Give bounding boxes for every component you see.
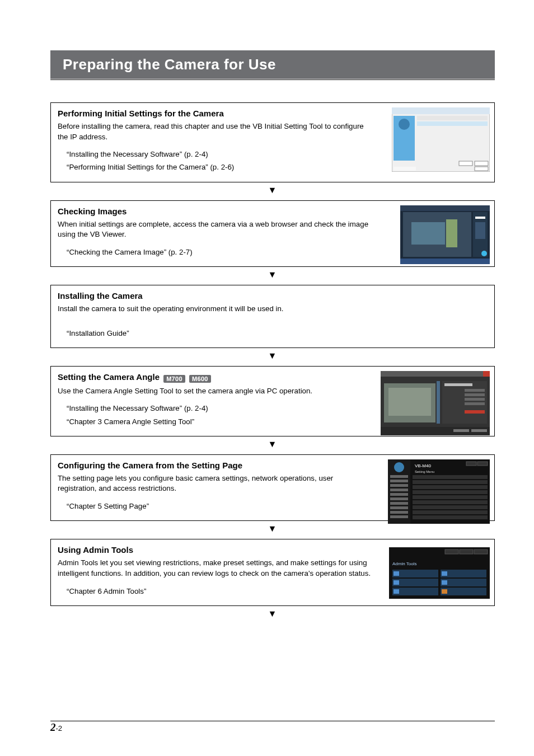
svg-rect-29 bbox=[465, 393, 485, 396]
section-checking-images: Checking Images When initial settings ar… bbox=[50, 200, 495, 267]
section-ref: “Installing the Necessary Software” (p. … bbox=[58, 148, 374, 161]
thumb-admin-title: Admin Tools bbox=[392, 561, 416, 566]
svg-rect-38 bbox=[390, 475, 408, 478]
section-ref: “Installation Guide” bbox=[58, 327, 374, 340]
svg-rect-42 bbox=[390, 493, 408, 496]
svg-rect-61 bbox=[445, 550, 458, 554]
svg-rect-58 bbox=[466, 462, 476, 466]
svg-point-48 bbox=[394, 462, 404, 472]
title-underline bbox=[50, 79, 495, 80]
svg-rect-52 bbox=[413, 490, 488, 494]
section-body: The setting page lets you configure basi… bbox=[58, 473, 374, 494]
section-ref: “Checking the Camera Image” (p. 2-7) bbox=[58, 246, 374, 259]
section-heading: Installing the Camera bbox=[58, 291, 374, 300]
thumbnail-setting-page: VB-M40 Setting Menu bbox=[388, 459, 490, 524]
svg-rect-8 bbox=[475, 167, 488, 171]
svg-rect-75 bbox=[442, 589, 447, 594]
svg-rect-4 bbox=[417, 116, 488, 120]
section-heading: Checking Images bbox=[58, 206, 374, 216]
thumbnail-initial-setting-tool bbox=[392, 107, 490, 172]
thumb-setting-title: VB-M40 bbox=[415, 463, 431, 468]
svg-rect-41 bbox=[390, 489, 408, 491]
svg-rect-65 bbox=[394, 571, 399, 576]
svg-rect-32 bbox=[465, 410, 485, 414]
thumbnail-admin-tools: Admin Tools bbox=[389, 547, 490, 599]
flow-arrow-icon: ▼ bbox=[50, 270, 494, 279]
svg-rect-40 bbox=[390, 484, 408, 487]
section-heading-text: Setting the Camera Angle bbox=[58, 372, 160, 382]
svg-rect-46 bbox=[390, 511, 408, 514]
svg-rect-47 bbox=[390, 515, 408, 518]
svg-rect-68 bbox=[392, 579, 438, 586]
svg-point-3 bbox=[399, 119, 410, 130]
flow-arrow-icon: ▼ bbox=[50, 609, 494, 618]
section-initial-settings: Performing Initial Settings for the Came… bbox=[50, 102, 495, 182]
footer-rule bbox=[50, 721, 495, 721]
flow-arrow-icon: ▼ bbox=[50, 440, 494, 449]
svg-rect-69 bbox=[394, 580, 399, 585]
section-admin-tools: Using Admin Tools Admin Tools let you se… bbox=[50, 539, 495, 605]
section-ref: “Chapter 6 Admin Tools” bbox=[58, 585, 374, 598]
section-heading: Setting the Camera Angle M700 M600 bbox=[58, 372, 374, 383]
page-number-chapter: 2 bbox=[50, 721, 56, 733]
svg-rect-31 bbox=[465, 402, 485, 405]
svg-rect-67 bbox=[442, 571, 447, 576]
svg-rect-71 bbox=[442, 580, 447, 585]
svg-rect-27 bbox=[444, 383, 472, 386]
svg-rect-57 bbox=[413, 515, 488, 519]
svg-rect-70 bbox=[441, 579, 486, 586]
svg-rect-11 bbox=[400, 205, 490, 211]
svg-rect-35 bbox=[471, 429, 487, 432]
svg-rect-56 bbox=[413, 510, 488, 514]
svg-rect-49 bbox=[413, 475, 488, 479]
svg-rect-51 bbox=[413, 485, 488, 489]
svg-rect-39 bbox=[390, 480, 408, 482]
section-ref: “Performing Initial Settings for the Cam… bbox=[58, 161, 374, 173]
section-heading: Performing Initial Settings for the Came… bbox=[58, 109, 374, 118]
svg-rect-22 bbox=[483, 371, 490, 377]
svg-rect-7 bbox=[475, 161, 488, 166]
section-setting-page: Configuring the Camera from the Setting … bbox=[50, 454, 495, 521]
flow-arrow-icon: ▼ bbox=[50, 524, 494, 533]
svg-rect-66 bbox=[441, 570, 486, 577]
svg-rect-24 bbox=[388, 388, 431, 416]
svg-rect-25 bbox=[437, 381, 440, 424]
section-body: Admin Tools let you set viewing restrict… bbox=[58, 558, 374, 579]
page-number: 2-2 bbox=[50, 721, 62, 734]
svg-rect-50 bbox=[413, 480, 488, 484]
thumb-setting-sub: Setting Menu bbox=[415, 470, 434, 473]
svg-rect-6 bbox=[459, 161, 472, 166]
svg-rect-64 bbox=[392, 570, 438, 577]
svg-rect-30 bbox=[465, 398, 485, 401]
page-title-text: Preparing the Camera for Use bbox=[63, 56, 276, 73]
svg-rect-16 bbox=[475, 217, 485, 219]
svg-rect-62 bbox=[460, 550, 473, 554]
section-heading: Using Admin Tools bbox=[58, 545, 374, 555]
flow-arrow-icon: ▼ bbox=[50, 351, 494, 360]
section-body: When initial settings are complete, acce… bbox=[58, 219, 374, 240]
section-body: Install the camera to suit the operating… bbox=[58, 304, 374, 314]
svg-rect-72 bbox=[392, 588, 438, 595]
model-badge: M600 bbox=[189, 375, 211, 383]
section-body: Use the Camera Angle Setting Tool to set… bbox=[58, 386, 374, 397]
section-ref: “Chapter 3 Camera Angle Setting Tool” bbox=[58, 415, 374, 428]
svg-rect-45 bbox=[390, 506, 408, 509]
page-title-bar: Preparing the Camera for Use bbox=[50, 50, 495, 79]
svg-rect-19 bbox=[400, 259, 490, 264]
section-ref: “Chapter 5 Setting Page” bbox=[58, 500, 374, 513]
section-ref: “Installing the Necessary Software” (p. … bbox=[58, 402, 374, 415]
svg-rect-44 bbox=[390, 502, 408, 505]
svg-rect-54 bbox=[413, 500, 488, 504]
svg-rect-28 bbox=[465, 389, 485, 392]
svg-rect-59 bbox=[477, 462, 488, 466]
svg-rect-43 bbox=[390, 497, 408, 500]
svg-rect-17 bbox=[475, 222, 485, 239]
svg-rect-1 bbox=[392, 107, 490, 114]
svg-rect-53 bbox=[413, 495, 488, 499]
model-badge: M700 bbox=[163, 375, 185, 383]
svg-rect-73 bbox=[394, 589, 399, 594]
svg-rect-13 bbox=[411, 222, 445, 245]
svg-rect-34 bbox=[453, 429, 469, 432]
svg-rect-5 bbox=[417, 121, 488, 126]
flow-arrow-icon: ▼ bbox=[50, 186, 494, 195]
